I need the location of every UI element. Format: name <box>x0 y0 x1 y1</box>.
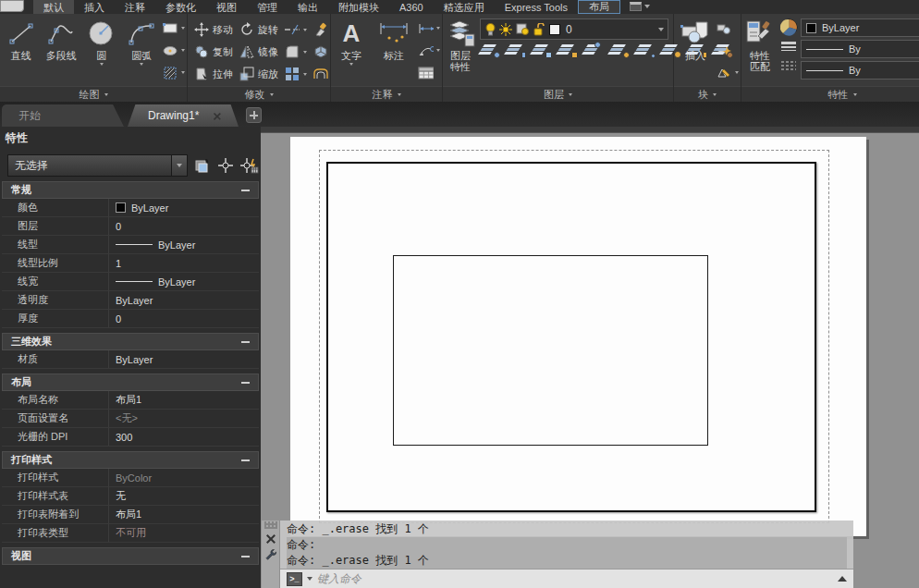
collapse-icon[interactable] <box>241 341 250 343</box>
create-block-button[interactable] <box>717 18 739 38</box>
prop-row-plot-style[interactable]: 打印样式 ByColor <box>2 469 259 487</box>
offset-button[interactable] <box>312 63 328 85</box>
layer-match-icon[interactable] <box>715 43 732 57</box>
ribbon-tab-addins[interactable]: 附加模块 <box>328 0 389 14</box>
ribbon-tab-view[interactable]: 视图 <box>206 0 247 14</box>
layer-isolate-icon[interactable] <box>482 43 499 57</box>
prop-row-thickness[interactable]: 厚度 0 <box>2 310 259 328</box>
ribbon-tab-manage[interactable]: 管理 <box>247 0 288 14</box>
copy-button[interactable]: 复制 <box>193 41 233 63</box>
prop-row-raster-dpi[interactable]: 光栅的 DPI 300 <box>2 428 259 447</box>
layer-thaw-all-icon[interactable] <box>637 43 655 57</box>
prop-row-lineweight[interactable]: 线宽 ByLayer <box>2 273 259 291</box>
select-objects-button[interactable] <box>217 155 234 176</box>
layer-dropdown[interactable]: 0 <box>480 18 668 40</box>
chevron-down-icon[interactable] <box>307 577 312 581</box>
linetype-dropdown[interactable]: By <box>801 61 919 80</box>
block-editor-button[interactable] <box>717 63 739 82</box>
section-general[interactable]: 常规 <box>2 181 259 199</box>
command-line-window[interactable]: 命令: _.erase 找到 1 个 命令: 命令: _.erase 找到 1 … <box>262 521 853 588</box>
expand-history-icon[interactable] <box>838 576 847 582</box>
command-window-titlebar[interactable] <box>262 521 280 588</box>
ribbon-tab-home[interactable]: 默认 <box>33 0 74 14</box>
polyline-button[interactable]: 多段线 <box>43 15 81 85</box>
line-button[interactable]: 直线 <box>2 15 41 85</box>
erase-button[interactable] <box>312 18 328 41</box>
explode-button[interactable] <box>312 41 328 63</box>
section-plot-style[interactable]: 打印样式 <box>2 451 259 469</box>
linetype-icon[interactable] <box>779 58 798 74</box>
collapse-icon[interactable] <box>241 190 250 191</box>
chevron-down-icon[interactable] <box>644 5 650 8</box>
ribbon-tab-a360[interactable]: A360 <box>389 0 434 14</box>
close-icon[interactable] <box>213 112 221 120</box>
section-3d[interactable]: 三维效果 <box>2 333 259 350</box>
array-button[interactable] <box>284 63 307 85</box>
drawn-rectangle[interactable] <box>393 255 708 446</box>
object-color-dropdown[interactable]: ByLayer <box>801 18 919 37</box>
panel-label-properties[interactable]: 特性 <box>741 86 919 102</box>
command-history[interactable]: 命令: _.erase 找到 1 个 命令: 命令: _.erase 找到 1 … <box>280 521 853 569</box>
lineweight-dropdown[interactable]: By <box>801 40 919 58</box>
prop-row-material[interactable]: 材质 ByLayer <box>2 350 259 369</box>
ribbon-tab-annotate[interactable]: 注释 <box>115 0 155 14</box>
toggle-pickadd-button[interactable] <box>194 155 211 176</box>
prop-row-layer[interactable]: 图层 0 <box>2 217 259 236</box>
leader-button[interactable] <box>418 41 440 60</box>
stretch-button[interactable]: 拉伸 <box>193 63 233 85</box>
prop-row-plot-table-attached[interactable]: 打印表附着到 布局1 <box>2 506 259 524</box>
panel-label-layers[interactable]: 图层 <box>443 86 673 102</box>
ribbon-tab-express-tools[interactable]: Express Tools <box>495 0 578 14</box>
prop-row-plot-table-type[interactable]: 打印表类型 不可用 <box>2 524 259 543</box>
ribbon-tab-featured-apps[interactable]: 精选应用 <box>434 0 495 14</box>
move-button[interactable]: 移动 <box>193 18 233 41</box>
collapse-icon[interactable] <box>241 556 250 557</box>
selection-dropdown[interactable]: 无选择 <box>7 154 188 177</box>
layer-unisolate-icon[interactable] <box>611 43 629 57</box>
file-tab-start[interactable]: 开始 <box>2 104 124 127</box>
prop-row-linetype-scale[interactable]: 线型比例 1 <box>2 254 259 273</box>
arc-button[interactable]: 圆弧 <box>123 15 162 85</box>
ribbon-tab-layout[interactable]: 布局 <box>578 0 620 14</box>
ribbon-tab-insert[interactable]: 插入 <box>74 0 115 14</box>
panel-label-draw[interactable]: 绘图 <box>0 86 187 102</box>
layer-unlock-all-icon[interactable] <box>689 43 706 57</box>
panel-label-annotate[interactable]: 注释 <box>331 86 442 102</box>
fillet-button[interactable] <box>284 41 307 63</box>
prop-row-transparency[interactable]: 透明度 ByLayer <box>2 291 259 310</box>
customize-wrench-icon[interactable] <box>264 548 276 560</box>
layer-make-current-icon[interactable] <box>585 43 603 57</box>
new-drawing-button[interactable] <box>246 107 262 123</box>
match-properties-button[interactable]: 特性 匹配 <box>743 15 777 85</box>
prop-row-layout-name[interactable]: 布局名称 布局1 <box>2 391 259 410</box>
section-layout[interactable]: 布局 <box>2 374 259 391</box>
close-icon[interactable] <box>265 533 276 544</box>
panel-label-modify[interactable]: 修改 <box>188 86 330 102</box>
panel-label-block[interactable]: 块 <box>674 86 741 102</box>
ribbon-tab-output[interactable]: 输出 <box>288 0 328 14</box>
trim-button[interactable] <box>284 18 307 41</box>
workspace-icon[interactable] <box>630 2 642 11</box>
chevron-down-icon[interactable] <box>172 154 188 177</box>
prop-row-plot-style-table[interactable]: 打印样式表 无 <box>2 487 259 506</box>
drawing-canvas[interactable] <box>261 127 919 588</box>
grip-handle-icon[interactable] <box>264 521 277 529</box>
lineweight-icon[interactable] <box>779 39 798 55</box>
layer-off-icon[interactable] <box>533 43 551 57</box>
prop-row-page-setup[interactable]: 页面设置名 <无> <box>2 410 259 428</box>
command-input-row[interactable]: >_ 键入命令 <box>280 569 853 588</box>
color-wheel-icon[interactable] <box>779 18 798 35</box>
quick-select-button[interactable] <box>240 155 259 176</box>
file-tab-drawing1[interactable]: Drawing1* <box>128 104 239 127</box>
hatch-button[interactable] <box>163 63 185 82</box>
collapse-icon[interactable] <box>241 382 250 384</box>
circle-button[interactable]: 圆 <box>82 15 121 85</box>
layer-lock-icon[interactable] <box>559 43 577 57</box>
layer-on-all-icon[interactable] <box>663 43 680 57</box>
prop-row-linetype[interactable]: 线型 ByLayer <box>2 236 259 254</box>
ellipse-button[interactable] <box>163 41 185 60</box>
quick-access-button-fragment[interactable] <box>0 0 24 12</box>
scale-button[interactable]: 缩放 <box>239 63 278 85</box>
mirror-button[interactable]: 镜像 <box>239 41 278 63</box>
linear-dimension-button[interactable] <box>418 18 440 38</box>
